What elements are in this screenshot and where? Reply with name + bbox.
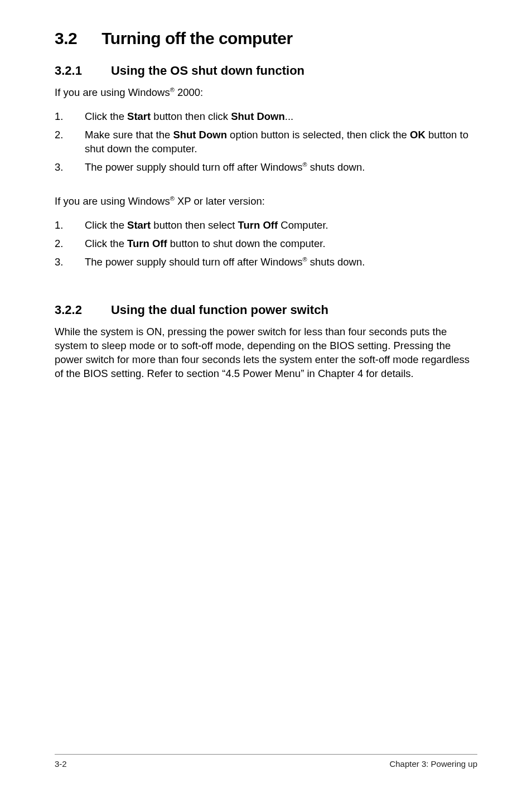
page-number: 3-2 (55, 759, 67, 769)
subsection-1-number: 3.2.1 (55, 64, 82, 78)
steps-list-2: Click the Start button then select Turn … (55, 219, 477, 269)
subsection-heading-1: 3.2.1Using the OS shut down function (55, 64, 477, 78)
text-bold: Turn Off (238, 219, 278, 231)
text-bold: Turn Off (127, 238, 167, 249)
list-item: The power supply should turn off after W… (55, 161, 477, 175)
text-bold: Start (127, 110, 151, 122)
chapter-label: Chapter 3: Powering up (389, 759, 477, 769)
subsection-2-title: Using the dual function power switch (111, 303, 328, 317)
page-footer: 3-2 Chapter 3: Powering up (55, 754, 477, 769)
text-fragment: button then select (151, 219, 238, 231)
text-bold: Shut Down (231, 110, 285, 122)
intro-text-2: If you are using Windows® XP or later ve… (55, 195, 477, 209)
registered-mark: ® (170, 195, 175, 202)
text-fragment: The power supply should turn off after W… (85, 256, 302, 268)
text-fragment: shuts down. (307, 161, 365, 173)
text-fragment: button then click (151, 110, 231, 122)
list-item: Click the Turn Off button to shut down t… (55, 237, 477, 251)
text-fragment: Click the (85, 219, 127, 231)
text-fragment: option button is selected, then click th… (227, 129, 410, 141)
text-fragment: ... (285, 110, 293, 122)
text-bold: OK (410, 129, 425, 141)
intro-text-1: If you are using Windows® 2000: (55, 86, 477, 100)
intro-2-suffix: XP or later version: (175, 195, 265, 207)
section-title: Turning off the computer (101, 29, 292, 47)
text-fragment: Make sure that the (85, 129, 173, 141)
subsection-1-title: Using the OS shut down function (111, 64, 304, 78)
text-fragment: Click the (85, 238, 127, 249)
subsection-2-number: 3.2.2 (55, 303, 82, 317)
text-bold: Shut Down (173, 129, 227, 141)
steps-list-1: Click the Start button then click Shut D… (55, 110, 477, 175)
intro-2-prefix: If you are using Windows (55, 195, 170, 207)
registered-mark: ® (302, 256, 307, 263)
list-item: Make sure that the Shut Down option butt… (55, 128, 477, 156)
subsection-heading-2: 3.2.2Using the dual function power switc… (55, 303, 477, 317)
text-fragment: shuts down. (307, 256, 365, 268)
text-fragment: button to shut down the computer. (167, 238, 326, 249)
subsection-2-body: While the system is ON, pressing the pow… (55, 325, 477, 381)
intro-1-prefix: If you are using Windows (55, 86, 170, 98)
text-fragment: The power supply should turn off after W… (85, 161, 302, 173)
list-item: Click the Start button then click Shut D… (55, 110, 477, 124)
section-heading: 3.2Turning off the computer (55, 29, 477, 48)
spacer (55, 283, 477, 303)
list-item: The power supply should turn off after W… (55, 255, 477, 269)
text-fragment: Computer. (278, 219, 328, 231)
section-number: 3.2 (55, 29, 77, 48)
registered-mark: ® (170, 86, 175, 93)
list-item: Click the Start button then select Turn … (55, 219, 477, 233)
text-bold: Start (127, 219, 151, 231)
spacer (55, 188, 477, 195)
intro-1-suffix: 2000: (175, 86, 203, 98)
text-fragment: Click the (85, 110, 127, 122)
registered-mark: ® (302, 161, 307, 168)
